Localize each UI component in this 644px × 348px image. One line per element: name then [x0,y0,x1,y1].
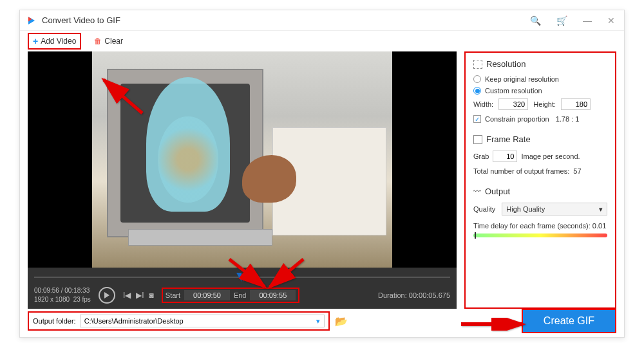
output-section: 〰 Output Quality High Quality ▾ Time del… [473,187,607,237]
total-frames-value: 57 [573,167,581,175]
search-icon[interactable]: 🔍 [527,14,544,27]
delay-row: Time delay for each frame (seconds): 0.0… [473,222,607,230]
play-button[interactable] [99,287,115,304]
step-buttons: I◀ ▶I ◙ [123,291,154,300]
range-handle-icon[interactable] [236,273,248,282]
width-label: Width: [473,100,493,108]
timeline-panel: 00:09:56 / 00:18:33 1920 x 1080 23 fps I… [28,268,457,309]
app-logo-icon [26,15,37,26]
cart-icon[interactable]: 🛒 [554,14,570,27]
main-content: 00:09:56 / 00:18:33 1920 x 1080 23 fps I… [20,51,624,309]
constrain-checkbox[interactable]: ✓ Constrain proportion 1.78 : 1 [473,115,607,123]
keep-resolution-radio[interactable]: Keep original resolution [473,75,607,83]
delay-value: 0.01 [592,222,606,230]
next-frame-button[interactable]: ▶I [136,291,144,300]
output-folder-input[interactable]: C:\Users\Administrator\Desktop ▾ [80,315,325,327]
checkbox-checked-icon: ✓ [473,115,481,123]
start-time-input[interactable]: 00:09:50 [184,290,230,300]
radio-unchecked-icon [473,75,481,83]
grab-suffix: Image per second. [521,152,580,160]
grab-label: Grab [473,152,489,160]
chevron-down-icon: ▾ [599,205,603,214]
duration-value: 00:00:05.675 [409,291,450,299]
snapshot-button[interactable]: ◙ [149,291,154,300]
start-label: Start [166,291,180,299]
controls-row: 00:09:56 / 00:18:33 1920 x 1080 23 fps I… [34,287,450,304]
quality-row: Quality High Quality ▾ [473,203,607,215]
video-resolution: 1920 x 1080 [34,296,70,303]
framerate-title: Frame Rate [473,134,607,144]
radio-checked-icon [473,87,481,95]
plus-icon: + [33,36,38,46]
settings-panel: Resolution Keep original resolution Cust… [464,51,616,309]
video-fps: 23 fps [73,296,91,303]
resolution-icon [473,60,482,69]
clear-label: Clear [104,37,123,46]
end-time-input[interactable]: 00:09:55 [250,290,296,300]
clear-button[interactable]: 🗑 Clear [94,37,123,46]
output-folder-path: C:\Users\Administrator\Desktop [84,317,184,325]
quality-label: Quality [473,205,495,213]
add-video-button[interactable]: + Add Video [28,33,81,50]
output-icon: 〰 [473,187,481,196]
chevron-down-icon: ▾ [316,317,320,325]
output-folder-label: Output folder: [33,317,76,325]
duration: Duration: 00:00:05.675 [378,291,450,299]
grab-input[interactable] [493,151,517,162]
time-total: 00:18:33 [64,287,90,294]
end-label: End [234,291,247,299]
video-frame-image [92,51,392,268]
add-video-label: Add Video [41,37,76,46]
width-input[interactable] [498,98,528,110]
start-end-group: Start 00:09:50 End 00:09:55 [162,288,299,303]
aspect-ratio: 1.78 : 1 [556,115,580,123]
framerate-icon [473,135,482,144]
custom-resolution-radio[interactable]: Custom resolution [473,87,607,95]
titlebar: Convert Video to GIF 🔍 🛒 — ✕ [20,10,624,31]
total-frames: Total number of output frames: 57 [473,167,607,175]
minimize-button[interactable]: — [580,14,594,27]
resolution-section: Resolution Keep original resolution Cust… [473,59,607,123]
browse-folder-button[interactable]: 📂 [335,315,348,327]
video-preview[interactable] [28,51,457,268]
video-area: 00:09:56 / 00:18:33 1920 x 1080 23 fps I… [28,51,457,309]
resolution-title: Resolution [473,59,607,69]
grab-row: Grab Image per second. [473,151,607,162]
output-title: 〰 Output [473,187,607,196]
height-label: Height: [533,100,556,108]
window-title: Convert Video to GIF [42,15,527,25]
close-button[interactable]: ✕ [605,14,618,27]
create-gif-button[interactable]: Create GIF [522,309,616,333]
time-info: 00:09:56 / 00:18:33 1920 x 1080 23 fps [34,287,91,304]
width-height-row: Width: Height: [473,98,607,110]
quality-select[interactable]: High Quality ▾ [502,203,607,215]
framerate-section: Frame Rate Grab Image per second. Total … [473,134,607,175]
height-input[interactable] [561,98,591,110]
app-window: Convert Video to GIF 🔍 🛒 — ✕ + Add Video… [19,10,625,338]
footer: Output folder: C:\Users\Administrator\De… [20,309,624,333]
prev-frame-button[interactable]: I◀ [123,291,131,300]
duration-label: Duration: [378,291,407,299]
delay-slider[interactable] [473,234,607,237]
timeline-slider[interactable] [34,273,450,282]
output-folder-group: Output folder: C:\Users\Administrator\De… [28,311,330,331]
trash-icon: 🗑 [94,37,102,46]
window-controls: 🔍 🛒 — ✕ [527,14,618,27]
toolbar: + Add Video 🗑 Clear [20,31,624,51]
time-elapsed: 00:09:56 [34,287,59,294]
